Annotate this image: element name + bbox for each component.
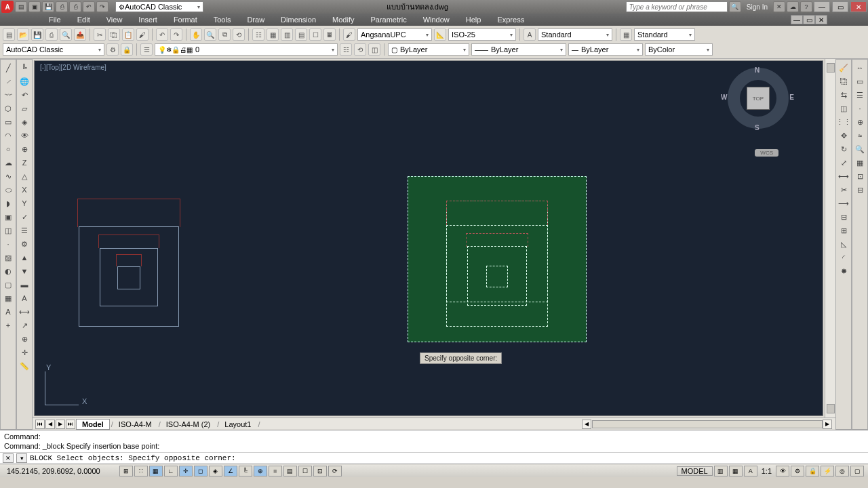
wipeout-icon[interactable]: ▬ bbox=[18, 278, 31, 291]
sb-clean-icon[interactable]: ▢ bbox=[850, 466, 864, 476]
sb-otrack-icon[interactable]: ∠ bbox=[224, 466, 237, 476]
sb-hardware-icon[interactable]: ⚡ bbox=[821, 466, 834, 476]
tab-prev-icon[interactable]: ◀ bbox=[45, 420, 55, 429]
cmd-recent-icon[interactable]: ▾ bbox=[16, 453, 27, 463]
markup-icon[interactable]: ☐ bbox=[309, 28, 321, 41]
area-icon[interactable]: ▭ bbox=[853, 75, 867, 88]
viewcube-w[interactable]: W bbox=[721, 94, 727, 101]
publish-icon[interactable]: 📤 bbox=[74, 28, 86, 41]
sb-sc-icon[interactable]: ⊡ bbox=[313, 466, 327, 476]
menu-express[interactable]: Express bbox=[489, 14, 532, 26]
tab-layout1[interactable]: ISO-A4-M bbox=[113, 420, 157, 429]
tab-next-icon[interactable]: ▶ bbox=[56, 420, 65, 429]
layer-states-icon[interactable]: ☷ bbox=[340, 43, 352, 56]
group-icon[interactable]: ⊡ bbox=[853, 169, 867, 183]
join-icon[interactable]: ⊞ bbox=[837, 224, 850, 237]
textstyle-icon[interactable]: A bbox=[524, 28, 536, 41]
qat-plot-icon[interactable]: ⎙ bbox=[69, 1, 81, 12]
matchprop-icon[interactable]: 🖌 bbox=[136, 28, 149, 41]
drawing-canvas[interactable]: [-][Top][2D Wireframe] TOP N S W E WCS bbox=[34, 60, 823, 416]
qat-save-icon[interactable]: 💾 bbox=[42, 1, 54, 12]
ws-lock-icon[interactable]: 🔒 bbox=[121, 43, 133, 56]
tab-last-icon[interactable]: ⏭ bbox=[66, 420, 75, 429]
ucs-y-icon[interactable]: Y bbox=[18, 197, 31, 210]
save-icon[interactable]: 💾 bbox=[31, 28, 43, 41]
draworder-back-icon[interactable]: ▼ bbox=[18, 264, 31, 278]
stayconnected-icon[interactable]: ☁ bbox=[787, 1, 799, 12]
sb-qv-layouts-icon[interactable]: ▥ bbox=[714, 466, 728, 476]
array-icon[interactable]: ⋮⋮ bbox=[837, 115, 850, 129]
textstyle-dropdown[interactable]: Standard bbox=[538, 28, 612, 41]
infocenter-icon[interactable]: 🔍 bbox=[729, 1, 741, 12]
model-space-toggle[interactable]: MODEL bbox=[677, 466, 713, 476]
doc-close-button[interactable]: ✕ bbox=[815, 15, 827, 24]
tab-first-icon[interactable]: ⏮ bbox=[35, 420, 45, 429]
menu-file[interactable]: File bbox=[41, 14, 69, 26]
offset-icon[interactable]: ◫ bbox=[837, 102, 850, 115]
new-icon[interactable]: ▤ bbox=[3, 28, 15, 41]
layer-dropdown[interactable]: 💡❄🔒🖨▦ 0 bbox=[155, 43, 338, 56]
ucs-prev-icon[interactable]: ↶ bbox=[18, 88, 31, 102]
annot-icon[interactable]: A bbox=[18, 291, 31, 305]
polygon-icon[interactable]: ⬡ bbox=[1, 102, 15, 115]
toolpalette-icon[interactable]: ▥ bbox=[281, 28, 293, 41]
dimstyle-dropdown[interactable]: ISO-25 bbox=[448, 28, 516, 41]
viewcube[interactable]: TOP N S W E bbox=[728, 68, 789, 129]
scale-icon[interactable]: ⤢ bbox=[837, 156, 850, 169]
redo-icon[interactable]: ↷ bbox=[170, 28, 182, 41]
meas-icon[interactable]: 📏 bbox=[18, 359, 31, 373]
addselected-icon[interactable]: + bbox=[1, 319, 15, 332]
sb-qv-drawings-icon[interactable]: ▦ bbox=[729, 466, 743, 476]
layer-prev-icon[interactable]: ⟲ bbox=[354, 43, 366, 56]
menu-dimension[interactable]: Dimension bbox=[273, 14, 324, 26]
rectangle-icon[interactable]: ▭ bbox=[1, 115, 15, 129]
hscroll-track[interactable] bbox=[592, 420, 823, 428]
tol-icon[interactable]: ⊕ bbox=[18, 332, 31, 346]
mtext-icon[interactable]: A bbox=[1, 305, 15, 319]
line-icon[interactable]: ╱ bbox=[1, 61, 15, 75]
coordinates[interactable]: 145.2145, 209.6092, 0.0000 bbox=[4, 467, 103, 475]
ucs-origin-icon[interactable]: ⊕ bbox=[18, 142, 31, 156]
properties-icon[interactable]: ☷ bbox=[252, 28, 264, 41]
ucs-face-icon[interactable]: ▱ bbox=[18, 102, 31, 115]
qat-saveas-icon[interactable]: ⎙ bbox=[56, 1, 68, 12]
tab-layout2[interactable]: ISO-A4-M (2) bbox=[161, 420, 216, 429]
workspace-switcher[interactable]: ⚙ AutoCAD Classic bbox=[115, 1, 203, 12]
sb-3dosnap-icon[interactable]: ◈ bbox=[209, 466, 222, 476]
region-icon[interactable]: ▢ bbox=[1, 278, 15, 291]
stretch-icon[interactable]: ⟷ bbox=[837, 169, 850, 183]
ws-settings-icon[interactable]: ⚙ bbox=[106, 43, 119, 56]
mirror-icon[interactable]: ⇆ bbox=[837, 88, 850, 102]
sb-ws-icon[interactable]: ⚙ bbox=[791, 466, 804, 476]
dist-icon[interactable]: ↔ bbox=[853, 61, 867, 75]
sb-snap-icon[interactable]: ∷ bbox=[134, 466, 148, 476]
zoomwin-icon[interactable]: ⧉ bbox=[218, 28, 231, 41]
viewport-label[interactable]: [-][Top][2D Wireframe] bbox=[40, 64, 106, 71]
sb-isolate-icon[interactable]: ◎ bbox=[835, 466, 849, 476]
command-input[interactable]: BLOCK Select objects: Specify opposite c… bbox=[30, 454, 236, 462]
menu-view[interactable]: View bbox=[98, 14, 131, 26]
ucs-view-icon[interactable]: 👁 bbox=[18, 129, 31, 142]
dducs-icon[interactable]: ⚙ bbox=[18, 237, 31, 251]
menu-format[interactable]: Format bbox=[165, 14, 205, 26]
qat-open-icon[interactable]: ▣ bbox=[28, 1, 41, 12]
viewcube-top[interactable]: TOP bbox=[747, 87, 770, 110]
dc-icon[interactable]: ▦ bbox=[267, 28, 279, 41]
viewcube-n[interactable]: N bbox=[755, 66, 760, 74]
sb-lock-icon[interactable]: 🔒 bbox=[806, 466, 819, 476]
doc-minimize-button[interactable]: — bbox=[791, 15, 803, 24]
locate-icon[interactable]: ⊕ bbox=[853, 115, 867, 129]
dimstyle-icon[interactable]: 📐 bbox=[434, 28, 446, 41]
explode-icon[interactable]: ✸ bbox=[837, 264, 850, 278]
lineweight-dropdown[interactable]: — ByLayer bbox=[568, 43, 643, 56]
minimize-button[interactable]: — bbox=[814, 1, 830, 12]
layer-iso-icon[interactable]: ◫ bbox=[368, 43, 380, 56]
named-ucs-icon[interactable]: ☰ bbox=[18, 224, 31, 237]
ucs-z-icon[interactable]: Z bbox=[18, 156, 31, 169]
exchange-icon[interactable]: ✕ bbox=[773, 1, 785, 12]
ungroup-icon[interactable]: ⊟ bbox=[853, 183, 867, 197]
leader-icon[interactable]: ↗ bbox=[18, 319, 31, 332]
pan-icon[interactable]: ✋ bbox=[190, 28, 202, 41]
sb-infer-icon[interactable]: ⊞ bbox=[119, 466, 133, 476]
qat-undo-icon[interactable]: ↶ bbox=[83, 1, 95, 12]
